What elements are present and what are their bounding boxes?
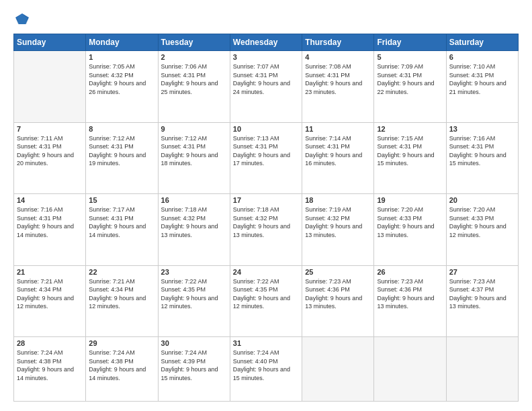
day-number: 10 [233,125,299,133]
day-info: Sunrise: 7:16 AMSunset: 4:31 PMDaylight:… [449,134,515,168]
calendar-cell: 26Sunrise: 7:23 AMSunset: 4:36 PMDayligh… [374,265,446,337]
day-info: Sunrise: 7:09 AMSunset: 4:31 PMDaylight:… [377,62,443,96]
day-info: Sunrise: 7:18 AMSunset: 4:32 PMDaylight:… [161,205,227,239]
day-info: Sunrise: 7:05 AMSunset: 4:32 PMDaylight:… [89,62,154,96]
calendar-cell: 13Sunrise: 7:16 AMSunset: 4:31 PMDayligh… [446,122,518,194]
day-number: 28 [17,339,83,347]
day-number: 1 [89,53,154,61]
day-info: Sunrise: 7:24 AMSunset: 4:38 PMDaylight:… [17,349,83,382]
day-number: 13 [449,125,515,133]
calendar-cell: 8Sunrise: 7:12 AMSunset: 4:31 PMDaylight… [86,122,158,194]
col-header-sunday: Sunday [14,34,86,51]
day-number: 20 [449,196,515,204]
day-info: Sunrise: 7:10 AMSunset: 4:31 PMDaylight:… [449,62,515,96]
calendar-cell: 20Sunrise: 7:20 AMSunset: 4:33 PMDayligh… [446,194,518,266]
calendar-cell: 16Sunrise: 7:18 AMSunset: 4:32 PMDayligh… [158,194,230,266]
calendar-cell: 24Sunrise: 7:22 AMSunset: 4:35 PMDayligh… [230,265,302,337]
day-number: 24 [233,268,299,276]
day-number: 7 [17,125,83,133]
day-number: 8 [89,125,154,133]
day-info: Sunrise: 7:21 AMSunset: 4:34 PMDaylight:… [89,277,154,311]
day-info: Sunrise: 7:07 AMSunset: 4:31 PMDaylight:… [233,62,299,96]
calendar-table: SundayMondayTuesdayWednesdayThursdayFrid… [13,34,519,402]
day-info: Sunrise: 7:19 AMSunset: 4:32 PMDaylight:… [305,205,371,239]
day-number: 18 [305,196,371,204]
day-number: 3 [233,53,299,61]
header [13,12,519,27]
col-header-wednesday: Wednesday [230,34,302,51]
calendar-cell: 18Sunrise: 7:19 AMSunset: 4:32 PMDayligh… [302,194,374,266]
calendar-cell [374,337,446,402]
calendar-cell: 29Sunrise: 7:24 AMSunset: 4:38 PMDayligh… [86,337,158,402]
calendar-cell: 27Sunrise: 7:23 AMSunset: 4:37 PMDayligh… [446,265,518,337]
day-info: Sunrise: 7:18 AMSunset: 4:32 PMDaylight:… [233,205,299,239]
day-info: Sunrise: 7:23 AMSunset: 4:36 PMDaylight:… [377,277,443,311]
calendar-cell [446,337,518,402]
day-info: Sunrise: 7:24 AMSunset: 4:40 PMDaylight:… [233,349,299,382]
calendar-cell: 11Sunrise: 7:14 AMSunset: 4:31 PMDayligh… [302,122,374,194]
day-number: 29 [89,339,154,347]
day-number: 17 [233,196,299,204]
day-info: Sunrise: 7:08 AMSunset: 4:31 PMDaylight:… [305,62,371,96]
day-number: 15 [89,196,154,204]
day-number: 22 [89,268,154,276]
day-info: Sunrise: 7:15 AMSunset: 4:31 PMDaylight:… [377,134,443,168]
calendar-cell: 28Sunrise: 7:24 AMSunset: 4:38 PMDayligh… [14,337,86,402]
calendar-cell: 31Sunrise: 7:24 AMSunset: 4:40 PMDayligh… [230,337,302,402]
day-info: Sunrise: 7:23 AMSunset: 4:36 PMDaylight:… [305,277,371,311]
day-number: 27 [449,268,515,276]
day-number: 31 [233,339,299,347]
col-header-friday: Friday [374,34,446,51]
day-number: 19 [377,196,443,204]
day-number: 21 [17,268,83,276]
calendar-cell: 22Sunrise: 7:21 AMSunset: 4:34 PMDayligh… [86,265,158,337]
calendar-cell: 1Sunrise: 7:05 AMSunset: 4:32 PMDaylight… [86,51,158,123]
day-number: 6 [449,53,515,61]
calendar-cell: 17Sunrise: 7:18 AMSunset: 4:32 PMDayligh… [230,194,302,266]
day-info: Sunrise: 7:17 AMSunset: 4:31 PMDaylight:… [89,205,154,239]
day-info: Sunrise: 7:06 AMSunset: 4:31 PMDaylight:… [161,62,227,96]
day-number: 5 [377,53,443,61]
day-info: Sunrise: 7:22 AMSunset: 4:35 PMDaylight:… [233,277,299,311]
calendar-cell [302,337,374,402]
calendar-cell: 23Sunrise: 7:22 AMSunset: 4:35 PMDayligh… [158,265,230,337]
logo [13,12,30,27]
day-number: 26 [377,268,443,276]
calendar-cell: 12Sunrise: 7:15 AMSunset: 4:31 PMDayligh… [374,122,446,194]
calendar-cell: 3Sunrise: 7:07 AMSunset: 4:31 PMDaylight… [230,51,302,123]
day-info: Sunrise: 7:14 AMSunset: 4:31 PMDaylight:… [305,134,371,168]
day-info: Sunrise: 7:12 AMSunset: 4:31 PMDaylight:… [161,134,227,168]
calendar-cell: 9Sunrise: 7:12 AMSunset: 4:31 PMDaylight… [158,122,230,194]
calendar-cell: 19Sunrise: 7:20 AMSunset: 4:33 PMDayligh… [374,194,446,266]
day-info: Sunrise: 7:21 AMSunset: 4:34 PMDaylight:… [17,277,83,311]
calendar-cell: 14Sunrise: 7:16 AMSunset: 4:31 PMDayligh… [14,194,86,266]
calendar-cell: 10Sunrise: 7:13 AMSunset: 4:31 PMDayligh… [230,122,302,194]
day-number: 12 [377,125,443,133]
page: SundayMondayTuesdayWednesdayThursdayFrid… [0,0,532,411]
calendar-cell: 2Sunrise: 7:06 AMSunset: 4:31 PMDaylight… [158,51,230,123]
day-info: Sunrise: 7:13 AMSunset: 4:31 PMDaylight:… [233,134,299,168]
col-header-thursday: Thursday [302,34,374,51]
day-info: Sunrise: 7:11 AMSunset: 4:31 PMDaylight:… [17,134,83,168]
calendar-cell: 7Sunrise: 7:11 AMSunset: 4:31 PMDaylight… [14,122,86,194]
calendar-cell: 4Sunrise: 7:08 AMSunset: 4:31 PMDaylight… [302,51,374,123]
day-number: 16 [161,196,227,204]
day-info: Sunrise: 7:24 AMSunset: 4:39 PMDaylight:… [161,349,227,382]
calendar-cell: 30Sunrise: 7:24 AMSunset: 4:39 PMDayligh… [158,337,230,402]
calendar-cell: 6Sunrise: 7:10 AMSunset: 4:31 PMDaylight… [446,51,518,123]
calendar-cell: 25Sunrise: 7:23 AMSunset: 4:36 PMDayligh… [302,265,374,337]
col-header-tuesday: Tuesday [158,34,230,51]
col-header-saturday: Saturday [446,34,518,51]
calendar-cell: 15Sunrise: 7:17 AMSunset: 4:31 PMDayligh… [86,194,158,266]
day-number: 14 [17,196,83,204]
day-number: 25 [305,268,371,276]
day-info: Sunrise: 7:20 AMSunset: 4:33 PMDaylight:… [377,205,443,239]
day-info: Sunrise: 7:16 AMSunset: 4:31 PMDaylight:… [17,205,83,239]
logo-icon [15,12,30,27]
day-number: 30 [161,339,227,347]
day-info: Sunrise: 7:12 AMSunset: 4:31 PMDaylight:… [89,134,154,168]
day-number: 23 [161,268,227,276]
day-number: 11 [305,125,371,133]
day-number: 4 [305,53,371,61]
calendar-cell: 21Sunrise: 7:21 AMSunset: 4:34 PMDayligh… [14,265,86,337]
